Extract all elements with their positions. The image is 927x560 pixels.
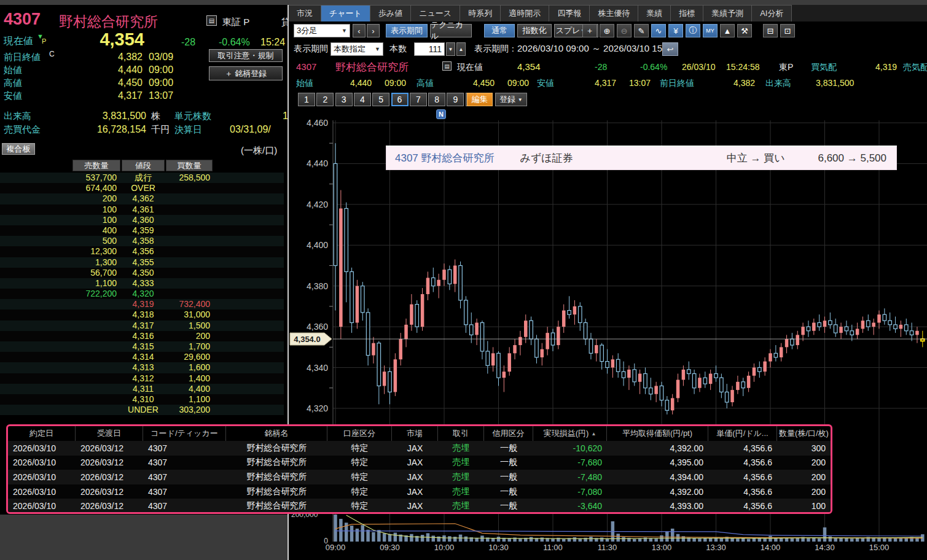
- positions-row[interactable]: 2026/03/102026/03/124307野村総合研究所特定JAX売埋一般…: [8, 470, 831, 484]
- order-book-row[interactable]: 4,3131,600: [0, 362, 284, 373]
- open-price: 4,440: [87, 64, 143, 76]
- positions-header-9[interactable]: 実現損益(円)▲: [533, 426, 607, 441]
- next-period-button[interactable]: ›: [367, 24, 380, 37]
- tab-2[interactable]: チャート: [321, 5, 370, 21]
- positions-row[interactable]: 2026/03/102026/03/124307野村総合研究所特定JAX売埋一般…: [8, 441, 831, 456]
- order-book-row[interactable]: 1004,361: [0, 204, 284, 215]
- normal-mode-button[interactable]: 通常: [484, 24, 515, 37]
- count-input[interactable]: 111: [414, 42, 445, 56]
- chart-page-button-7[interactable]: 7: [410, 93, 427, 106]
- popout-window-icon[interactable]: ⊡: [780, 24, 795, 37]
- tab-11[interactable]: 業績予測: [703, 5, 752, 21]
- order-book-row[interactable]: 2004,362: [0, 193, 284, 204]
- chart-page-button-8[interactable]: 8: [428, 93, 445, 106]
- positions-row[interactable]: 2026/03/102026/03/124307野村総合研究所特定JAX売埋一般…: [8, 484, 831, 499]
- trade-caution-button[interactable]: 取引注意・規制: [209, 49, 283, 62]
- order-book-row[interactable]: 56,7004,350: [0, 268, 284, 278]
- chart-page-button-5[interactable]: 5: [372, 93, 389, 106]
- indexed-mode-button[interactable]: 指数化: [517, 24, 552, 37]
- info-icon[interactable]: ⓘ: [686, 24, 700, 37]
- tab-5[interactable]: 時系列: [460, 5, 501, 21]
- period-mode-select[interactable]: 本数指定▼: [331, 42, 383, 56]
- edit-button[interactable]: 編集: [467, 93, 493, 106]
- order-book-row[interactable]: 4,3171,500: [0, 321, 284, 331]
- order-book-row[interactable]: 4,31429,600: [0, 352, 284, 362]
- order-book-row[interactable]: 4,3114,400: [0, 384, 284, 394]
- tab-12[interactable]: AI分析: [752, 5, 792, 21]
- tab-6[interactable]: 適時開示: [501, 5, 549, 21]
- interval-select[interactable]: 3分足▼: [294, 24, 350, 37]
- tab-3[interactable]: 歩み値: [370, 5, 411, 21]
- tab-8[interactable]: 株主優待: [590, 5, 638, 21]
- display-period-button[interactable]: 表示期間: [386, 24, 428, 37]
- register-dropdown-button[interactable]: 登録 ▼: [495, 93, 527, 106]
- positions-header-2[interactable]: 受渡日: [76, 426, 143, 441]
- list-icon[interactable]: ▤: [442, 61, 452, 71]
- order-book-row[interactable]: 4,3151,700: [0, 341, 284, 352]
- order-book-row[interactable]: 5004,358: [0, 236, 284, 246]
- reset-period-icon[interactable]: ↩: [662, 42, 678, 56]
- candle-body: [709, 374, 713, 384]
- order-book-row[interactable]: 4,31831,000: [0, 309, 284, 320]
- count-decrement-button[interactable]: ▼: [446, 42, 455, 56]
- tab-1[interactable]: 市況: [289, 5, 321, 21]
- technical-button[interactable]: テクニカル: [430, 24, 472, 37]
- positions-header-6[interactable]: 市場: [392, 426, 438, 441]
- chart-page-button-2[interactable]: 2: [316, 93, 334, 106]
- chart-page-button-1[interactable]: 1: [298, 93, 315, 106]
- order-book-row[interactable]: 1,3004,355: [0, 257, 284, 268]
- settings-wrench-icon[interactable]: ⚒: [737, 24, 752, 37]
- tab-7[interactable]: 四季報: [549, 5, 590, 21]
- positions-header-12[interactable]: 数量(株/口/枚): [777, 426, 831, 441]
- candlestick-icon[interactable]: ∿: [651, 24, 666, 37]
- positions-header-8[interactable]: 信用区分: [484, 426, 533, 441]
- chart-page-button-6[interactable]: 6: [391, 93, 409, 106]
- list-icon[interactable]: ▤: [206, 15, 217, 26]
- order-book-row[interactable]: 1004,360: [0, 215, 284, 225]
- order-book-row[interactable]: UNDER303,200: [0, 405, 284, 415]
- order-book-row[interactable]: 4,316200: [0, 331, 284, 341]
- yen-icon[interactable]: ¥: [668, 24, 683, 37]
- tab-10[interactable]: 指標: [671, 5, 703, 21]
- order-book-row[interactable]: 12,3004,356: [0, 246, 284, 257]
- order-book-row[interactable]: 674,400OVER: [0, 183, 284, 193]
- chart-page-button-4[interactable]: 4: [354, 93, 371, 106]
- positions-header-5[interactable]: 口座区分: [327, 426, 392, 441]
- positions-header-3[interactable]: コード/ティッカー: [143, 426, 226, 441]
- x-axis-label: 11:30: [598, 543, 617, 552]
- positions-header-4[interactable]: 銘柄名: [226, 426, 327, 441]
- mountain-chart-icon[interactable]: ▲: [720, 24, 735, 37]
- order-book-row[interactable]: 4,3101,100: [0, 394, 284, 405]
- order-book-row[interactable]: 1,1004,333: [0, 278, 284, 289]
- draw-pencil-icon[interactable]: ✎: [634, 24, 649, 37]
- composite-board-button[interactable]: 複合板: [2, 143, 35, 155]
- news-banner[interactable]: 4307 野村総合研究所 みずほ証券 中立 → 買い 6,600 → 5,500: [386, 146, 897, 170]
- chart-time: 15:24:58: [726, 62, 760, 72]
- order-book-row[interactable]: 4004,359: [0, 225, 284, 236]
- turnover-value: 16,728,154: [72, 124, 146, 135]
- order-book-row[interactable]: 537,700成行258,500: [0, 173, 284, 183]
- chart-page-button-9[interactable]: 9: [447, 93, 464, 106]
- prev-period-button[interactable]: ‹: [353, 24, 366, 37]
- positions-header-10[interactable]: 平均取得価額(円/pt): [607, 426, 708, 441]
- zoom-out-icon[interactable]: ⊖: [617, 24, 632, 37]
- positions-row[interactable]: 2026/03/102026/03/124307野村総合研究所特定JAX売埋一般…: [8, 499, 831, 513]
- order-book-row[interactable]: 722,2004,320: [0, 289, 284, 299]
- order-book-row[interactable]: 4,3121,400: [0, 373, 284, 384]
- tab-4[interactable]: ニュース: [411, 5, 460, 21]
- chart-page-button-3[interactable]: 3: [335, 93, 353, 106]
- my-chart-icon[interactable]: MY: [703, 24, 718, 37]
- register-stock-button[interactable]: ＋ 銘柄登録: [209, 66, 283, 80]
- positions-header-1[interactable]: 約定日: [8, 426, 76, 441]
- zoom-in-icon[interactable]: ⊕: [600, 24, 614, 37]
- positions-row[interactable]: 2026/03/102026/03/124307野村総合研究所特定JAX売埋一般…: [8, 456, 831, 470]
- order-book-row[interactable]: 4,319732,400: [0, 299, 284, 309]
- positions-header-7[interactable]: 取引: [438, 426, 484, 441]
- tab-9[interactable]: 業績: [638, 5, 671, 21]
- add-icon[interactable]: ＋: [582, 24, 597, 37]
- printer-icon[interactable]: ⊟: [763, 24, 778, 37]
- count-increment-button[interactable]: ▲: [456, 42, 466, 56]
- positions-header-11[interactable]: 単価(円/ドル...: [708, 426, 777, 441]
- sell-quantity: 56,700: [18, 268, 117, 278]
- price-level: 4,310: [122, 394, 165, 405]
